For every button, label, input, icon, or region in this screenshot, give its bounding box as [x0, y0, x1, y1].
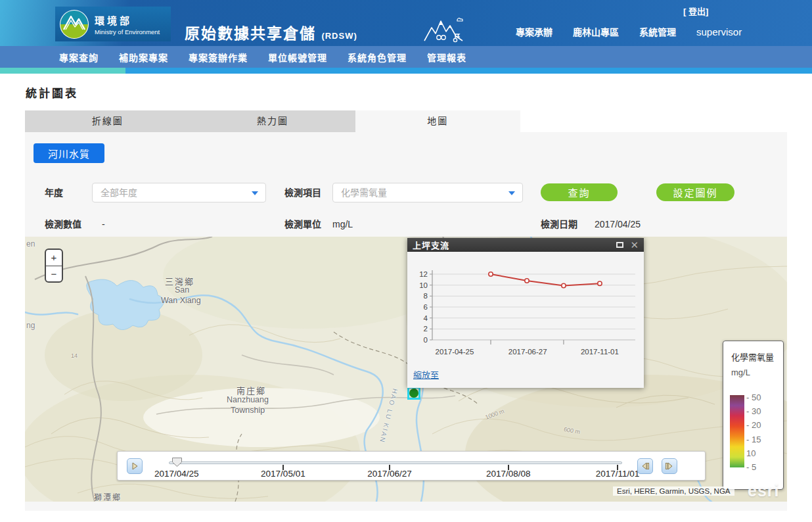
legend-tick-label: - 50 [746, 392, 780, 402]
svg-text:2017-06-27: 2017-06-27 [508, 348, 547, 356]
svg-text:2017-04-25: 2017-04-25 [436, 348, 474, 356]
popup-chart-svg: 0246810122017-04-252017-06-272017-11-01 [407, 252, 644, 365]
tab-line-chart[interactable]: 折線圖 [25, 110, 190, 132]
popup-titlebar: 上坪支流 ✕ [407, 238, 644, 252]
item-label: 檢測項目 [284, 183, 321, 202]
query-button[interactable]: 查詢 [541, 183, 618, 201]
station-marker[interactable] [407, 387, 420, 400]
svg-text:2: 2 [424, 325, 428, 333]
map-label-shitan-zh: 獅潭鄉 [94, 491, 122, 502]
chevron-down-icon [252, 191, 258, 195]
nav-item-unit-account-mgmt[interactable]: 單位帳號管理 [268, 51, 327, 64]
timeline-date-label: 2017/06/27 [367, 469, 412, 479]
nav-item-project-query[interactable]: 專案查詢 [59, 51, 99, 64]
app-title: 原始數據共享倉儲 (RDSW) [185, 21, 357, 43]
popup-title: 上坪支流 [413, 239, 616, 251]
menu-item-lulin-zone[interactable]: 鹿林山專區 [573, 25, 619, 38]
menu-item-system-admin[interactable]: 系統管理 [639, 25, 676, 38]
step-forward-button[interactable] [662, 458, 677, 474]
set-legend-button[interactable]: 設定圖例 [656, 183, 734, 201]
legend-tick-label: - 20 [746, 420, 780, 430]
slider-thumb[interactable] [172, 458, 182, 467]
date-label: 檢測日期 [541, 214, 577, 234]
timeline-date-label: 2017/04/25 [154, 469, 199, 479]
map-label-en: en [26, 239, 35, 249]
ministry-logo-icon [60, 10, 89, 39]
svg-text:8: 8 [424, 292, 428, 300]
menu-item-project-handler[interactable]: 專案承辦 [516, 25, 553, 38]
nav-item-project-signoff[interactable]: 專案簽辦作業 [189, 51, 248, 64]
svg-text:0: 0 [424, 336, 428, 344]
ministry-logo-text: 環境部 Ministry of Environment [95, 13, 160, 36]
play-button[interactable] [127, 458, 143, 474]
map-label-ng: ng [26, 321, 35, 330]
timeline-date-label: 2017/08/08 [486, 469, 531, 479]
app-window: 環境部 Ministry of Environment 原始數據共享倉儲 (RD… [0, 0, 812, 522]
station-popup: 上坪支流 ✕ 0246810122017-04-252017-06-272017… [407, 238, 644, 388]
station-marker-dot [409, 389, 418, 398]
slider-track[interactable] [169, 462, 622, 464]
header-menu: 專案承辦 鹿林山專區 系統管理 supervisor [516, 25, 742, 38]
nav-accent-strip [0, 68, 812, 74]
timeline-date-label: 2017/05/01 [261, 469, 305, 479]
app-header: 環境部 Ministry of Environment 原始數據共享倉儲 (RD… [0, 0, 812, 46]
map-label-contour-14: 14 [71, 352, 78, 359]
chart-type-tabs: 折線圖 熱力圖 地圖 [25, 110, 520, 132]
main-navbar: 專案查詢 補助案專案 專案簽辦作業 單位帳號管理 系統角色管理 管理報表 [0, 46, 812, 68]
maximize-icon[interactable] [616, 242, 623, 248]
unit-readout: mg/L [332, 214, 353, 234]
logout-link[interactable]: [ 登出] [683, 5, 708, 17]
step-back-icon [641, 462, 650, 470]
svg-text:4: 4 [424, 314, 428, 322]
app-title-suffix: (RDSW) [321, 31, 357, 41]
legend-tick-label: 10 [746, 448, 780, 458]
map-canvas[interactable]: en ng 三灣鄉 San Wan Xiang 南庄鄉 Nanzhuang To… [25, 237, 787, 502]
ministry-logo: 環境部 Ministry of Environment [55, 7, 171, 41]
legend-gradient-bar [730, 395, 744, 467]
tab-heatmap[interactable]: 熱力圖 [190, 110, 355, 132]
map-legend: 化學需氧量 mg/L - 50- 30- 20- 1510- 5 [723, 341, 784, 490]
nav-item-subsidy-project[interactable]: 補助案專案 [119, 51, 168, 64]
legend-tick-label: - 5 [746, 462, 780, 472]
year-select-value: 全部年度 [101, 187, 137, 198]
river-quality-button[interactable]: 河川水質 [34, 143, 104, 163]
map-label-nanzhuang-en2: Township [231, 406, 265, 415]
map-label-sanwan-en2: Wan Xiang [161, 296, 201, 305]
step-forward-icon [665, 462, 674, 470]
year-label: 年度 [45, 183, 63, 202]
time-slider: 2017/04/252017/05/012017/06/272017/08/08… [117, 451, 706, 481]
svg-text:12: 12 [419, 270, 428, 278]
play-icon [131, 462, 139, 470]
year-select[interactable]: 全部年度 [92, 183, 266, 202]
step-back-button[interactable] [637, 458, 653, 474]
tab-map[interactable]: 地圖 [355, 110, 520, 132]
user-name[interactable]: supervisor [696, 26, 742, 37]
chevron-down-icon [508, 191, 515, 195]
ministry-name-zh: 環境部 [95, 13, 160, 27]
nav-accent-active-segment [0, 68, 125, 74]
date-readout: 2017/04/25 [595, 214, 641, 234]
item-select[interactable]: 化學需氧量 [332, 183, 523, 202]
zoom-to-link[interactable]: 縮放至 [413, 368, 439, 381]
value-readout: - [102, 214, 105, 234]
svg-text:2017-11-01: 2017-11-01 [581, 348, 619, 356]
legend-tick-label: - 15 [746, 435, 780, 444]
mountain-range-icon [423, 16, 465, 43]
ministry-name-en: Ministry of Environment [95, 28, 160, 36]
map-label-nanzhuang-en1: Nanzhuang [227, 395, 269, 404]
value-label: 檢測數值 [45, 214, 81, 234]
timeline-date-label: 2017/11/01 [596, 469, 640, 479]
map-attribution: Esri, HERE, Garmin, USGS, NGA [613, 486, 734, 496]
zoom-out-button[interactable]: − [46, 266, 62, 282]
close-icon[interactable]: ✕ [630, 240, 639, 250]
map-tab-panel: 河川水質 年度 全部年度 檢測項目 化學需氧量 查詢 設定圖例 檢測數值 - 檢… [25, 132, 787, 511]
unit-label: 檢測單位 [284, 214, 321, 234]
nav-item-admin-report[interactable]: 管理報表 [427, 51, 466, 64]
legend-unit: mg/L [731, 368, 750, 377]
nav-item-system-role-mgmt[interactable]: 系統角色管理 [348, 51, 407, 64]
svg-text:6: 6 [424, 303, 428, 311]
legend-title: 化學需氧量 [731, 350, 774, 363]
esri-logo: esri [748, 481, 779, 500]
zoom-in-button[interactable]: + [46, 250, 62, 266]
svg-text:10: 10 [419, 281, 428, 289]
